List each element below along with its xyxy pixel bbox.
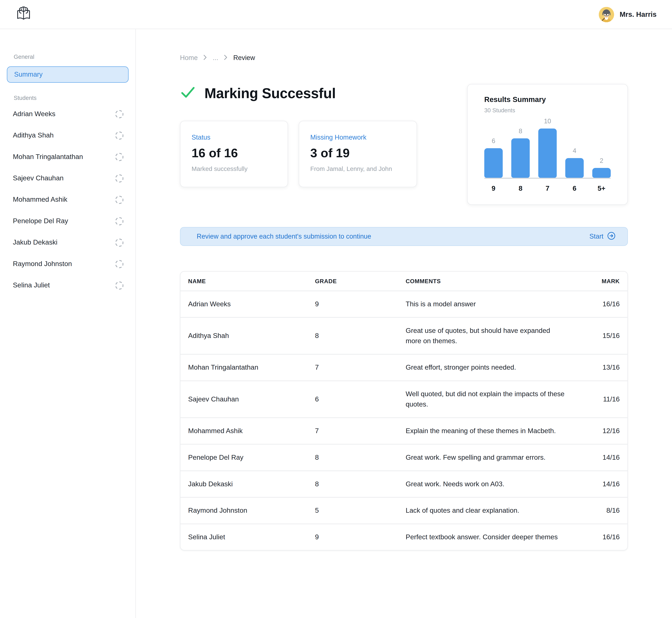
table-row[interactable]: Mohan Tringalantathan7Great effort, stro…	[180, 355, 628, 381]
sidebar-item-student[interactable]: Adrian Weeks	[0, 103, 135, 124]
sidebar-item-student[interactable]: Selina Juliet	[0, 275, 135, 296]
bar-value-label: 8	[519, 127, 522, 134]
cell-comment: Great work. Needs work on A03.	[406, 479, 565, 489]
missing-card-value: 3 of 19	[310, 146, 405, 160]
cell-mark: 16/16	[577, 299, 620, 309]
student-name-label: Sajeev Chauhan	[13, 174, 64, 182]
bar-value-label: 6	[492, 137, 495, 144]
table-body: Adrian Weeks9This is a model answer16/16…	[180, 291, 628, 550]
cell-mark: 15/16	[577, 331, 620, 341]
column-header-comments: COMMENTS	[406, 278, 577, 284]
table-row[interactable]: Sajeev Chauhan6Well quoted, but did not …	[180, 381, 628, 418]
cell-mark: 11/16	[577, 394, 620, 404]
cell-grade: 8	[315, 331, 406, 341]
breadcrumb-home[interactable]: Home	[180, 54, 198, 62]
sidebar-item-student[interactable]: Penelope Del Ray	[0, 210, 135, 232]
cell-comment: Great effort, stronger points needed.	[406, 363, 565, 373]
arrow-right-circle-icon	[607, 232, 615, 241]
status-card-subtext: Marked successfully	[192, 165, 277, 173]
cell-grade: 7	[315, 426, 406, 436]
student-name-label: Jakub Dekaski	[13, 238, 58, 246]
status-circle-icon	[115, 153, 123, 161]
chart-categories: 98765+	[484, 185, 610, 192]
chart-bar	[538, 128, 557, 178]
breadcrumb-ellipsis[interactable]: ...	[213, 54, 218, 62]
student-name-label: Raymond Johnston	[13, 260, 72, 268]
cell-grade: 6	[315, 394, 406, 404]
status-circle-icon	[115, 131, 123, 139]
cell-mark: 8/16	[577, 506, 620, 516]
chevron-right-icon	[224, 54, 227, 62]
status-circle-icon	[115, 174, 123, 183]
cell-grade: 8	[315, 479, 406, 489]
app-logo[interactable]	[15, 5, 32, 23]
sidebar-item-summary[interactable]: Summary	[7, 67, 129, 83]
student-name-label: Adithya Shah	[13, 131, 54, 139]
cell-name: Adithya Shah	[188, 331, 315, 341]
cell-grade: 5	[315, 506, 406, 516]
cell-name: Sajeev Chauhan	[188, 394, 315, 404]
page-title: Marking Successful	[204, 86, 335, 101]
user-menu[interactable]: Mrs. Harris	[599, 7, 657, 22]
status-card: Status 16 of 16 Marked successfully	[180, 121, 288, 187]
success-check-icon	[180, 84, 196, 102]
sidebar-item-student[interactable]: Raymond Johnston	[0, 253, 135, 275]
chart-bar-column: 2	[592, 157, 610, 178]
table-row[interactable]: Raymond Johnston5Lack of quotes and clea…	[180, 498, 628, 524]
cell-name: Selina Juliet	[188, 532, 315, 542]
student-name-label: Selina Juliet	[13, 282, 50, 289]
sidebar-item-student[interactable]: Adithya Shah	[0, 125, 135, 146]
start-button[interactable]: Start	[589, 232, 615, 241]
table-row[interactable]: Mohammed Ashik7Explain the meaning of th…	[180, 418, 628, 445]
table-row[interactable]: Selina Juliet9Perfect textbook answer. C…	[180, 524, 628, 550]
cell-mark: 16/16	[577, 532, 620, 542]
bar-value-label: 10	[544, 117, 551, 125]
sidebar-item-student[interactable]: Sajeev Chauhan	[0, 168, 135, 189]
table-row[interactable]: Penelope Del Ray8Great work. Few spellin…	[180, 445, 628, 471]
axis-category-label: 8	[511, 185, 530, 192]
review-banner: Review and approve each student's submis…	[180, 227, 628, 246]
sidebar-item-student[interactable]: Mohammed Ashik	[0, 189, 135, 210]
status-circle-icon	[115, 217, 123, 225]
missing-card-subtext: From Jamal, Lenny, and John	[310, 165, 405, 173]
table-row[interactable]: Jakub Dekaski8Great work. Needs work on …	[180, 471, 628, 498]
bar-value-label: 4	[573, 147, 576, 154]
student-list: Adrian WeeksAdithya ShahMohan Tringalant…	[0, 103, 135, 296]
chart-bar	[565, 158, 584, 178]
chart-bar-column: 4	[565, 147, 584, 178]
cell-comment: Explain the meaning of these themes in M…	[406, 426, 565, 436]
chart-bar	[511, 138, 530, 178]
cell-grade: 9	[315, 532, 406, 542]
chevron-right-icon	[204, 54, 207, 62]
start-button-label: Start	[589, 233, 603, 240]
cell-comment: Lack of quotes and clear explanation.	[406, 506, 565, 516]
sidebar-item-student[interactable]: Jakub Dekaski	[0, 232, 135, 253]
cell-name: Raymond Johnston	[188, 506, 315, 516]
user-name: Mrs. Harris	[620, 10, 657, 18]
cell-name: Mohan Tringalantathan	[188, 363, 315, 373]
axis-category-label: 7	[538, 185, 557, 192]
table-row[interactable]: Adithya Shah8Great use of quotes, but sh…	[180, 318, 628, 355]
chart-axis-line	[484, 178, 610, 179]
axis-category-label: 6	[565, 185, 584, 192]
cell-comment: Great use of quotes, but should have exp…	[406, 325, 565, 346]
chart-subtitle: 30 Students	[484, 107, 610, 114]
chart-title: Results Summary	[484, 96, 610, 104]
cell-comment: Great work. Few spelling and grammar err…	[406, 452, 565, 463]
cell-grade: 7	[315, 363, 406, 373]
missing-card-label: Missing Homework	[310, 134, 405, 141]
cell-comment: Perfect textbook answer. Consider deeper…	[406, 532, 565, 542]
table-header: NAME GRADE COMMENTS MARK	[180, 272, 628, 291]
status-circle-icon	[115, 260, 123, 268]
column-header-grade: GRADE	[315, 278, 406, 284]
axis-category-label: 5+	[592, 185, 610, 192]
top-bar: Mrs. Harris	[0, 0, 672, 29]
results-table: NAME GRADE COMMENTS MARK Adrian Weeks9Th…	[180, 271, 628, 550]
table-row[interactable]: Adrian Weeks9This is a model answer16/16	[180, 291, 628, 318]
cell-mark: 13/16	[577, 363, 620, 373]
results-summary-chart: Results Summary 30 Students 681042 98765…	[467, 84, 628, 205]
status-card-label: Status	[192, 134, 277, 141]
banner-message: Review and approve each student's submis…	[197, 233, 371, 240]
sidebar-item-student[interactable]: Mohan Tringalantathan	[0, 146, 135, 168]
student-name-label: Adrian Weeks	[13, 110, 55, 118]
